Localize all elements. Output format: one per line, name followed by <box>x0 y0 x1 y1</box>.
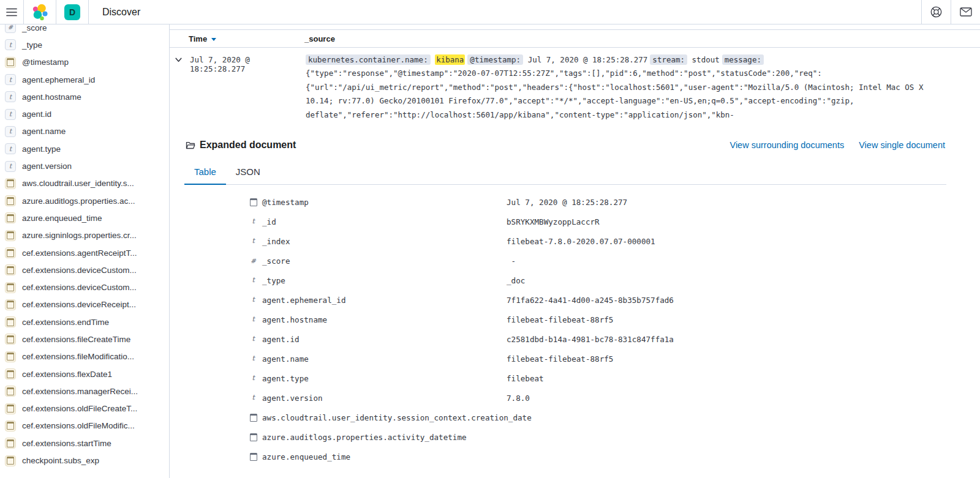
mail-icon <box>960 7 972 17</box>
field-type-icon <box>5 368 16 379</box>
time-column-label: Time <box>189 34 207 43</box>
field-type-icon <box>249 316 257 323</box>
sidebar-field-item[interactable]: agent.hostname <box>0 88 169 105</box>
page-title: Discover <box>89 0 154 24</box>
detail-table-row: agent.id c2581dbd-b14a-4981-bc78-831c847… <box>170 329 980 349</box>
field-type-icon <box>5 74 16 85</box>
field-type-icon <box>249 375 257 382</box>
sidebar-field-label: azure.enqueued_time <box>22 214 102 223</box>
detail-table-row: azure.auditlogs.properties.activity_date… <box>170 427 980 447</box>
sidebar-field-item[interactable]: cef.extensions.agentReceiptT... <box>0 244 169 261</box>
sidebar-field-label: cef.extensions.startTime <box>22 439 111 448</box>
source-field-chip: stream: <box>650 54 687 65</box>
sidebar-field-item[interactable]: cef.extensions.startTime <box>0 435 169 452</box>
detail-field-value: filebeat <box>507 374 544 383</box>
sidebar-field-item[interactable]: @timestamp <box>0 54 169 71</box>
sidebar-field-item[interactable]: azure.enqueued_time <box>0 209 169 226</box>
sidebar-field-label: agent.version <box>22 162 72 171</box>
source-field-value: kibana <box>435 54 465 65</box>
detail-table-row: _index filebeat-7.8.0-2020.07.07-000001 <box>170 231 980 251</box>
sidebar-field-item[interactable]: agent.version <box>0 157 169 174</box>
source-field-value: stdout <box>692 55 720 64</box>
sidebar-field-item[interactable]: agent.id <box>0 105 169 122</box>
elastic-logo[interactable] <box>24 0 56 24</box>
detail-field-value: filebeat-7.8.0-2020.07.07-000001 <box>507 237 655 246</box>
sidebar-field-item[interactable]: cef.extensions.endTime <box>0 313 169 330</box>
sidebar-field-item[interactable]: cef.extensions.fileCreateTime <box>0 330 169 348</box>
field-type-icon <box>249 277 257 284</box>
sidebar-field-item[interactable]: cef.extensions.deviceCustom... <box>0 278 169 296</box>
sidebar-field-item[interactable]: cef.extensions.deviceCustom... <box>0 261 169 278</box>
field-type-icon <box>249 237 257 245</box>
detail-table-row: agent.hostname filebeat-filebeat-88rf5 <box>170 310 980 329</box>
detail-tab[interactable]: Table <box>184 164 226 185</box>
sidebar-field-label: _type <box>22 40 42 50</box>
sidebar-field-label: cef.extensions.deviceReceipt... <box>22 300 136 309</box>
field-type-icon <box>5 57 16 68</box>
sidebar-field-item[interactable]: _type <box>0 36 169 53</box>
expanded-document-header: Expanded document View surrounding docum… <box>170 140 980 151</box>
detail-field-name: agent.type <box>262 374 507 383</box>
hamburger-icon <box>6 8 17 17</box>
source-field-chip: message: <box>722 54 764 65</box>
sidebar-field-label: azure.auditlogs.properties.ac... <box>22 196 135 206</box>
view-documents-link[interactable]: View surrounding documents <box>729 140 844 150</box>
sidebar-field-item[interactable]: cef.extensions.oldFileCreateT... <box>0 400 169 417</box>
detail-field-name: _score <box>262 256 507 266</box>
menu-button[interactable] <box>0 0 23 24</box>
sidebar-field-label: azure.signinlogs.properties.cr... <box>22 231 137 240</box>
source-pair: kubernetes.container.name: kibana <box>306 55 465 64</box>
sidebar-field-label: agent.id <box>22 110 51 119</box>
sidebar-field-item[interactable]: _score <box>0 24 169 36</box>
app-badge-letter: D <box>64 4 80 20</box>
field-type-icon <box>5 438 16 449</box>
detail-field-value: filebeat-filebeat-88rf5 <box>507 354 613 364</box>
sidebar-field-item[interactable]: agent.ephemeral_id <box>0 71 169 88</box>
sidebar-field-item[interactable]: azure.auditlogs.properties.ac... <box>0 192 169 209</box>
discover-app-badge: D <box>56 0 88 24</box>
field-type-icon <box>249 394 257 401</box>
field-type-icon <box>5 39 16 50</box>
document-detail-table: @timestamp Jul 7, 2020 @ 18:25:28.277 _i… <box>170 192 980 466</box>
sidebar-field-label: cef.extensions.oldFileModific... <box>22 421 135 430</box>
view-documents-link[interactable]: View single document <box>859 140 945 150</box>
field-type-icon <box>5 126 16 137</box>
expanded-document-actions: View surrounding documents View single d… <box>729 140 945 150</box>
mail-button[interactable] <box>951 0 980 24</box>
time-column-header[interactable]: Time <box>189 34 304 43</box>
source-field-chip: kubernetes.container.name: <box>306 54 431 65</box>
open-folder-icon <box>186 141 195 150</box>
field-type-icon <box>249 296 257 304</box>
detail-tab[interactable]: JSON <box>226 164 270 185</box>
help-button[interactable] <box>922 0 951 24</box>
sidebar-field-item[interactable]: aws.cloudtrail.user_identity.s... <box>0 175 169 192</box>
detail-table-row: azure.enqueued_time <box>170 447 980 466</box>
field-type-icon <box>5 195 16 206</box>
sidebar-field-item[interactable]: agent.name <box>0 123 169 140</box>
sidebar-field-label: cef.extensions.managerRecei... <box>22 387 138 396</box>
source-message-json: {"type":"response","@timestamp":"2020-07… <box>306 69 923 122</box>
field-list: _score _type @timestamp agent.ephemeral_… <box>0 24 169 469</box>
sidebar-field-label: cef.extensions.fileModificatio... <box>22 352 134 361</box>
sidebar-field-item[interactable]: checkpoint.subs_exp <box>0 452 169 469</box>
detail-field-name: azure.auditlogs.properties.activity_date… <box>262 433 507 442</box>
detail-field-value: 7f1fa622-4a41-4d00-a245-8b35b757fad6 <box>507 296 674 305</box>
sidebar-field-item[interactable]: cef.extensions.fileModificatio... <box>0 348 169 365</box>
sidebar-field-label: cef.extensions.endTime <box>22 318 109 327</box>
source-pair: message: <box>722 55 764 64</box>
sidebar-field-item[interactable]: azure.signinlogs.properties.cr... <box>0 227 169 244</box>
sidebar-field-label: @timestamp <box>22 58 69 67</box>
sidebar-field-item[interactable]: cef.extensions.oldFileModific... <box>0 417 169 435</box>
sidebar-field-item[interactable]: agent.type <box>0 140 169 157</box>
sidebar-field-item[interactable]: cef.extensions.managerRecei... <box>0 383 169 400</box>
sidebar-field-item[interactable]: cef.extensions.flexDate1 <box>0 365 169 383</box>
field-type-icon <box>249 335 257 343</box>
field-type-icon <box>5 351 16 362</box>
field-type-icon <box>5 161 16 172</box>
collapse-row-button[interactable] <box>174 56 183 65</box>
detail-field-name: agent.name <box>262 354 507 364</box>
sidebar-field-label: cef.extensions.oldFileCreateT... <box>22 404 137 413</box>
sidebar-field-item[interactable]: cef.extensions.deviceReceipt... <box>0 296 169 313</box>
field-type-icon <box>5 316 16 327</box>
chevron-down-icon <box>175 56 183 64</box>
